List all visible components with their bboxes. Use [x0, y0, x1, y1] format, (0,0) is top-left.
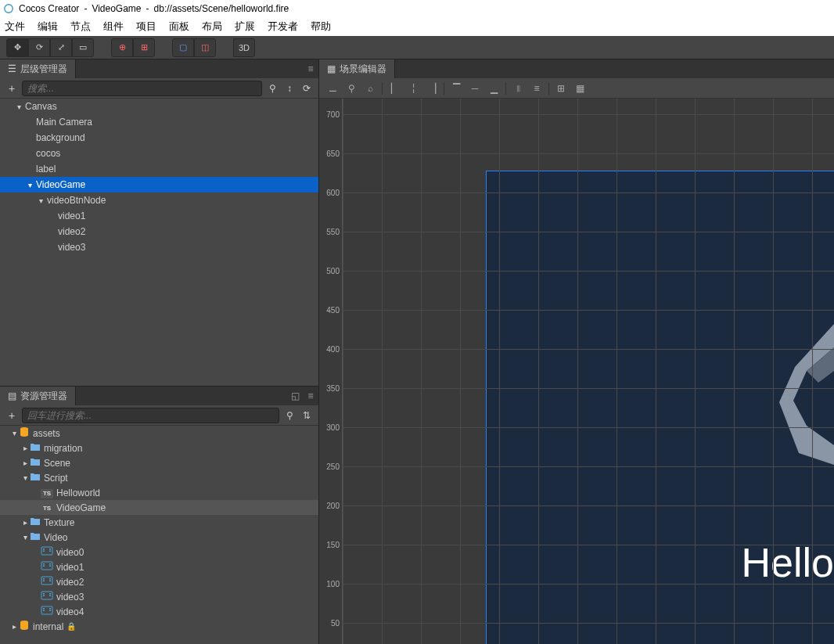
expand-arrow-icon[interactable]: ▾	[20, 533, 30, 541]
distribute-h-icon[interactable]: ⫴	[509, 81, 527, 96]
asset-item[interactable]: ▾Video	[0, 530, 318, 545]
align-center-v-icon[interactable]: ─	[466, 81, 484, 96]
sort-icon[interactable]: ⇅	[300, 408, 314, 423]
expand-arrow-icon[interactable]: ▾	[36, 196, 45, 205]
hierarchy-node[interactable]: ▾VideoGame	[0, 177, 318, 192]
refresh-icon[interactable]: ⟳	[300, 81, 314, 95]
svg-rect-16	[49, 581, 51, 582]
asset-item[interactable]: ▾assets	[0, 426, 318, 441]
add-asset-button[interactable]: +	[5, 408, 19, 423]
scene-canvas[interactable]: 7006506005505004504003503002502001501005…	[319, 99, 834, 644]
hierarchy-node[interactable]: ▾videoBtnNode	[0, 192, 318, 208]
menu-节点[interactable]: 节点	[70, 20, 91, 34]
zoom-in-icon[interactable]: ⚲	[343, 81, 360, 96]
expand-arrow-icon[interactable]: ▸	[20, 444, 30, 452]
menu-文件[interactable]: 文件	[5, 20, 25, 34]
ruler-tick-label: 300	[326, 423, 340, 432]
window-titlebar: Cocos Creator - VideoGame - db://assets/…	[0, 0, 834, 17]
add-node-button[interactable]: +	[5, 81, 19, 95]
ruler-tick-label: 250	[326, 462, 340, 471]
asset-item[interactable]: video0	[0, 545, 318, 559]
align-left-icon[interactable]: ▏	[386, 81, 403, 96]
asset-item[interactable]: video1	[0, 559, 318, 574]
hierarchy-tree[interactable]: ▾CanvasMain Camerabackgroundcocoslabel▾V…	[0, 99, 318, 386]
node-label: videoBtnNode	[45, 195, 106, 206]
hierarchy-node[interactable]: Main Camera	[0, 114, 318, 130]
asset-label: video2	[56, 577, 84, 588]
asset-item[interactable]: TSVideoGame	[0, 500, 318, 515]
anchor-local-button[interactable]: ⊞	[133, 38, 155, 57]
assets-tab-bar: ▤ 资源管理器 ◱ ≡	[0, 387, 318, 405]
align-center-h-icon[interactable]: ╎	[404, 81, 422, 96]
asset-item[interactable]: ▸migration	[0, 441, 318, 455]
asset-item[interactable]: ▾Script	[0, 470, 318, 485]
panel-menu-icon[interactable]: ≡	[303, 388, 318, 404]
menu-帮助[interactable]: 帮助	[311, 20, 331, 34]
menu-布局[interactable]: 布局	[202, 20, 222, 34]
asset-item[interactable]: ▸Scene	[0, 455, 318, 470]
assets-tab[interactable]: ▤ 资源管理器	[0, 387, 76, 405]
asset-item[interactable]: ▸Texture	[0, 515, 318, 530]
menu-面板[interactable]: 面板	[169, 20, 189, 34]
scene-tab[interactable]: ▦ 场景编辑器	[319, 59, 395, 78]
asset-item[interactable]: video3	[0, 589, 318, 604]
distribute-v-icon[interactable]: ≡	[528, 81, 545, 96]
asset-label: assets	[33, 428, 60, 439]
hierarchy-node[interactable]: video2	[0, 224, 318, 239]
move-tool-button[interactable]: ✥	[6, 38, 28, 57]
menu-开发者[interactable]: 开发者	[268, 20, 298, 34]
menu-扩展[interactable]: 扩展	[235, 20, 255, 34]
asset-label: video0	[56, 547, 84, 558]
hierarchy-node[interactable]: cocos	[0, 146, 318, 161]
menu-编辑[interactable]: 编辑	[38, 20, 58, 34]
collapse-icon[interactable]: ↕	[282, 81, 297, 95]
expand-arrow-icon[interactable]: ▾	[25, 181, 34, 189]
svg-rect-14	[43, 581, 45, 582]
anchor-center-button[interactable]: ⊕	[111, 38, 133, 57]
rect-tool-button[interactable]: ▭	[72, 38, 94, 57]
align-top-icon[interactable]: ▔	[448, 81, 465, 96]
svg-rect-15	[49, 578, 51, 580]
asset-item[interactable]: TSHelloworld	[0, 485, 318, 500]
expand-arrow-icon[interactable]: ▾	[20, 473, 30, 482]
menu-组件[interactable]: 组件	[103, 20, 124, 34]
hierarchy-node[interactable]: ▾Canvas	[0, 99, 318, 114]
svg-rect-24	[43, 610, 45, 612]
align-bottom-icon[interactable]: ▁	[485, 81, 502, 96]
grid-icon[interactable]: ▦	[571, 81, 588, 96]
align-button-1[interactable]: ▢	[172, 38, 194, 57]
assets-tree[interactable]: ▾assets▸migration▸Scene▾ScriptTSHellowor…	[0, 426, 318, 644]
snap-icon[interactable]: ⊞	[552, 81, 570, 96]
svg-rect-10	[49, 563, 51, 565]
search-icon[interactable]: ⚲	[265, 81, 279, 95]
hierarchy-node[interactable]: background	[0, 130, 318, 146]
3d-toggle-button[interactable]: 3D	[233, 38, 255, 57]
search-icon[interactable]: ⚲	[282, 408, 297, 423]
menu-项目[interactable]: 项目	[136, 20, 156, 34]
hierarchy-node[interactable]: video1	[0, 208, 318, 224]
scale-tool-button[interactable]: ⤢	[50, 38, 72, 57]
expand-arrow-icon[interactable]: ▾	[9, 429, 19, 437]
hierarchy-search-input[interactable]	[22, 81, 262, 96]
zoom-fit-icon[interactable]: ⌕	[361, 81, 379, 96]
popout-icon[interactable]: ◱	[287, 388, 303, 404]
folder-icon	[30, 442, 44, 454]
node-label: video1	[56, 210, 85, 221]
panel-menu-icon[interactable]: ≡	[303, 61, 318, 77]
expand-arrow-icon[interactable]: ▾	[14, 103, 23, 111]
hierarchy-tab[interactable]: ☰ 层级管理器	[0, 59, 76, 78]
hierarchy-node[interactable]: video3	[0, 239, 318, 255]
node-label: video2	[56, 226, 85, 237]
expand-arrow-icon[interactable]: ▸	[9, 622, 19, 631]
zoom-out-icon[interactable]: ⚊	[324, 81, 341, 96]
align-button-2[interactable]: ◫	[194, 38, 216, 57]
asset-item[interactable]: video2	[0, 574, 318, 589]
rotate-tool-button[interactable]: ⟳	[28, 38, 50, 57]
assets-search-input[interactable]	[22, 408, 279, 423]
hierarchy-node[interactable]: label	[0, 161, 318, 177]
expand-arrow-icon[interactable]: ▸	[20, 518, 30, 527]
expand-arrow-icon[interactable]: ▸	[20, 459, 30, 467]
asset-item[interactable]: ▸internal🔒	[0, 619, 318, 634]
align-right-icon[interactable]: ▕	[423, 81, 440, 96]
asset-item[interactable]: video4	[0, 604, 318, 619]
